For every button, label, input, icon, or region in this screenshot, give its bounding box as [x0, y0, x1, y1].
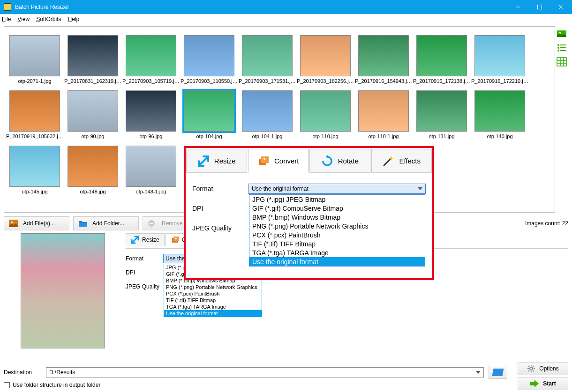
format-option[interactable]: BMP (*.bmp) Windows Bitmap [249, 213, 425, 222]
jpeg-quality-label-small: JPEG Quality [126, 283, 163, 290]
format-option[interactable]: PNG (*.png) Portable Network Graphics [164, 284, 262, 290]
svg-point-18 [11, 222, 13, 223]
thumbnail-label: otp-110.jpg [312, 133, 338, 139]
preview-image [21, 233, 105, 348]
options-button-label: Options [539, 365, 558, 372]
thumbnail[interactable]: P_20170916_172210.jpg [471, 30, 528, 84]
options-button[interactable]: Options [518, 362, 568, 375]
svg-point-23 [175, 238, 176, 239]
format-option[interactable]: JPG (*.jpg) JPEG Bitmap [249, 195, 425, 204]
format-option[interactable]: PCX (*.pcx) PaintBrush [164, 290, 262, 297]
thumbnail[interactable]: otp-90.jpg [64, 85, 121, 139]
thumbnail[interactable]: otp-104-1.jpg [239, 85, 296, 139]
thumbnail[interactable]: P_20170831_162319.jpg [64, 30, 121, 84]
thumbnail[interactable]: P_20170916_154943.jpg [355, 30, 412, 84]
thumbnail[interactable]: otp-140.jpg [471, 85, 528, 139]
thumbnail-image [68, 35, 118, 76]
tab-resize-small-label: Resize [142, 237, 159, 243]
thumbnail[interactable]: otp-96.jpg [122, 85, 180, 139]
add-files-button[interactable]: Add File(s)... [4, 216, 69, 230]
thumbnail-image [242, 35, 293, 76]
folder-icon [492, 369, 504, 376]
remove-icon [148, 220, 157, 227]
thumbnail-label: P_20170831_162319.jpg [64, 78, 121, 84]
thumbnail[interactable]: P_20170903_105719.jpg [122, 30, 180, 84]
format-option[interactable]: TIF (*.tif) TIFF Bitmap [249, 239, 425, 248]
view-mode-sidebar [555, 26, 568, 213]
resize-icon [131, 236, 139, 244]
destination-value: D:\Results [49, 369, 75, 376]
thumbnail-image [9, 146, 60, 187]
menu-help[interactable]: Help [68, 16, 80, 22]
destination-label: Destination [4, 369, 41, 376]
format-option[interactable]: GIF (*.gif) CompuServe Bitmap [249, 204, 425, 213]
format-option[interactable]: TGA (*.tga) TARGA Image [164, 303, 262, 310]
thumbnail-label: P_20170919_185632.jpg [6, 133, 63, 139]
destination-input[interactable]: D:\Results [46, 367, 484, 377]
convert-icon [257, 155, 270, 167]
browse-button[interactable] [489, 366, 507, 379]
thumbnail-image [358, 90, 409, 132]
thumbnail-label: otp-148.jpg [80, 189, 105, 194]
add-files-label: Add File(s)... [23, 220, 55, 227]
menu-softorbits[interactable]: SoftOrbits [36, 16, 61, 22]
tab-resize-large[interactable]: Resize [186, 149, 247, 173]
resize-icon [197, 155, 210, 167]
thumbnail[interactable]: P_20170903_182256.jpg [297, 30, 354, 84]
format-option[interactable]: TGA (*.tga) TARGA Image [249, 248, 425, 257]
list-view-icon[interactable] [557, 43, 567, 52]
thumbnail[interactable]: otp-110-1.jpg [355, 85, 412, 139]
start-button[interactable]: Start [518, 377, 568, 390]
maximize-button[interactable] [529, 0, 550, 14]
thumbnail-image [416, 90, 467, 132]
format-option[interactable]: TIF (*.tif) TIFF Bitmap [164, 297, 262, 303]
format-option[interactable]: Use the original format [164, 310, 262, 317]
grid-view-icon[interactable] [557, 57, 567, 67]
tab-resize-small[interactable]: Resize [126, 233, 165, 246]
svg-point-6 [557, 44, 559, 46]
thumbnail[interactable]: otp-104.jpg [181, 85, 238, 139]
thumbnail[interactable]: otp-110.jpg [297, 85, 354, 139]
format-option[interactable]: PCX (*.pcx) PaintBrush [249, 230, 425, 239]
thumbnail-image [474, 90, 525, 132]
thumbnails-view-icon[interactable] [557, 29, 567, 38]
thumbnail[interactable]: P_20170919_185632.jpg [6, 85, 63, 139]
close-button[interactable] [550, 0, 572, 14]
title-bar: Batch Picture Resizer [0, 0, 572, 14]
tab-rotate-large-label: Rotate [338, 157, 359, 165]
minimize-button[interactable] [507, 0, 529, 14]
thumbnail[interactable]: P_20170916_172138.jpg [413, 30, 470, 84]
thumbnail-label: otp-96.jpg [140, 133, 163, 139]
thumbnail-label: otp-104.jpg [196, 133, 222, 139]
thumbnail[interactable]: otp-131.jpg [413, 85, 470, 139]
thumbnail-image [300, 90, 351, 132]
folder-structure-label: Use folder structure in output folder [13, 382, 100, 388]
tab-effects-large[interactable]: Effects [371, 149, 432, 173]
format-option[interactable]: Use the original format [249, 257, 425, 266]
folder-structure-checkbox[interactable] [4, 382, 10, 388]
tab-rotate-large[interactable]: Rotate [309, 149, 370, 173]
format-select-large[interactable]: Use the original format JPG (*.jpg) JPEG… [248, 184, 426, 194]
thumbnail[interactable]: P_20170903_110550.jpg [181, 30, 238, 84]
thumbnail-label: otp-110-1.jpg [369, 133, 399, 139]
thumbnail[interactable]: otp-148.jpg [64, 140, 121, 194]
thumbnail[interactable]: otp-145.jpg [6, 140, 63, 194]
start-button-label: Start [543, 380, 556, 387]
chevron-down-icon [418, 187, 422, 190]
thumbnail[interactable]: otp-148-1.jpg [122, 140, 180, 194]
svg-point-10 [557, 50, 559, 52]
thumbnail[interactable]: otp-2071-1.jpg [6, 30, 63, 84]
menu-file[interactable]: File [2, 16, 11, 22]
add-folder-button[interactable]: Add Folder... [73, 216, 139, 230]
chevron-down-icon [476, 371, 481, 374]
thumbnail[interactable]: P_20170903_171531.jpg [239, 30, 296, 84]
format-option[interactable]: PNG (*.png) Portable Network Graphics [249, 222, 425, 230]
tab-resize-large-label: Resize [214, 157, 236, 165]
svg-rect-1 [538, 5, 542, 9]
format-dropdown-large[interactable]: JPG (*.jpg) JPEG BitmapGIF (*.gif) Compu… [249, 194, 425, 266]
thumbnail-label: otp-140.jpg [487, 133, 512, 139]
start-icon [530, 380, 539, 387]
thumbnail-label: P_20170903_171531.jpg [239, 78, 296, 84]
tab-convert-large[interactable]: Convert [248, 149, 309, 173]
menu-view[interactable]: View [17, 16, 30, 22]
